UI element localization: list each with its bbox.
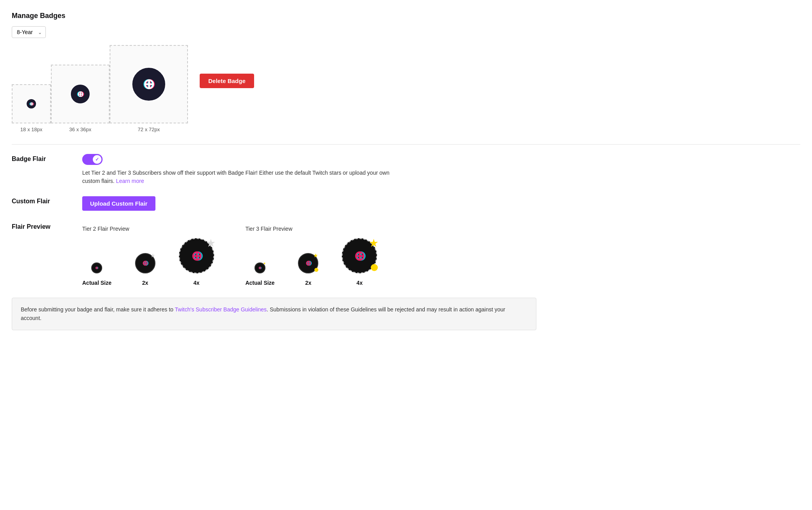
tier2-section: Tier 2 Flair Preview ⊕ Actual Size: [82, 226, 214, 286]
tier3-badge-actual: ⊕ ★: [254, 262, 265, 273]
section-divider: [12, 144, 800, 145]
badge-frame-18[interactable]: ⊕: [12, 84, 51, 123]
tier2-badge-4x-icon: ⊕: [191, 248, 202, 264]
manage-badges-title: Manage Badges: [12, 12, 800, 20]
tier3-actual-label: Actual Size: [245, 280, 275, 286]
badge-label-18: 18 x 18px: [20, 127, 42, 132]
tier3-badge-4x-icon: ⊕: [354, 248, 365, 264]
badge-flair-content: ✓ Let Tier 2 and Tier 3 Subscribers show…: [82, 154, 800, 185]
tier3-4x-label: 4x: [357, 280, 363, 286]
tier3-dot-2x: [314, 268, 318, 272]
tier2-2x-label: 2x: [142, 280, 148, 286]
tier2-title: Tier 2 Flair Preview: [82, 226, 214, 232]
badges-delete-row: ⊕ 18 x 18px ⊕ 36 x 36px ⊕: [12, 45, 800, 140]
tier3-2x-item: ⊕ ★ 2x: [298, 253, 318, 286]
badge-box-18: ⊕ 18 x 18px: [12, 84, 51, 132]
badge-label-72: 72 x 72px: [138, 127, 160, 132]
badge-guidelines-link[interactable]: Twitch's Subscriber Badge Guidelines: [175, 306, 267, 313]
badge-frame-72[interactable]: ⊕: [110, 45, 188, 123]
tier2-badge-actual: ⊕: [91, 262, 102, 273]
tier3-title: Tier 3 Flair Preview: [245, 226, 377, 232]
custom-flair-label: Custom Flair: [12, 196, 82, 205]
flair-preview-row: Flair Preview Tier 2 Flair Preview ⊕ Act…: [12, 222, 800, 286]
toggle-knob: ✓: [93, 155, 101, 164]
year-dropdown[interactable]: 8-Year: [12, 26, 46, 38]
notice-box: Before submitting your badge and flair, …: [12, 298, 536, 330]
badge-box-36: ⊕ 36 x 36px: [51, 65, 110, 132]
manage-badges-section: Manage Badges 8-Year ⊕ 18 x 18px ⊕: [12, 12, 800, 330]
tier3-preview-sizes: ⊕ ★ Actual Size ⊕ ★ 2x: [245, 238, 377, 286]
tier2-star-4x-icon: ★: [206, 237, 216, 250]
badge-letter-36: ⊕: [77, 89, 84, 99]
toggle-wrapper: ✓: [82, 154, 800, 165]
upload-custom-flair-button[interactable]: Upload Custom Flair: [82, 196, 155, 211]
badge-flair-label: Badge Flair: [12, 154, 82, 163]
badge-label-36: 36 x 36px: [69, 127, 91, 132]
learn-more-link[interactable]: Learn more: [116, 178, 144, 184]
tier3-badge-2x: ⊕ ★: [298, 253, 318, 273]
badge-flair-description: Let Tier 2 and Tier 3 Subscribers show o…: [82, 169, 395, 185]
tier2-badge-actual-icon: ⊕: [95, 266, 98, 270]
tier2-star-2x-icon: ★: [150, 252, 155, 259]
badge-frame-36[interactable]: ⊕: [51, 65, 110, 123]
flair-preview-label: Flair Preview: [12, 222, 82, 230]
tier3-dot-4x: [371, 264, 378, 271]
badge-flair-toggle[interactable]: ✓: [82, 154, 103, 165]
tier2-4x-label: 4x: [193, 280, 200, 286]
badge-icon-72: ⊕: [131, 67, 166, 102]
preview-tiers: Tier 2 Flair Preview ⊕ Actual Size: [82, 226, 800, 286]
year-select-wrapper[interactable]: 8-Year: [12, 26, 46, 38]
notice-text-before: Before submitting your badge and flair, …: [21, 306, 175, 313]
delete-badge-button[interactable]: Delete Badge: [200, 74, 254, 88]
tier3-2x-label: 2x: [305, 280, 312, 286]
badge-icon-36: ⊕: [70, 84, 90, 104]
tier3-star-actual-icon: ★: [263, 262, 266, 265]
tier2-actual-label: Actual Size: [82, 280, 112, 286]
custom-flair-content: Upload Custom Flair: [82, 196, 800, 211]
tier3-badge-2x-icon: ⊕: [305, 259, 311, 268]
tier2-badge-2x-icon: ⊕: [142, 259, 148, 268]
tier3-star-2x-icon: ★: [313, 252, 318, 259]
tier3-star-4x-icon: ★: [369, 237, 379, 250]
badge-flair-row: Badge Flair ✓ Let Tier 2 and Tier 3 Subs…: [12, 154, 800, 185]
tier3-badge-4x: ⊕ ★: [342, 238, 377, 273]
badge-box-72: ⊕ 72 x 72px: [110, 45, 188, 132]
badges-row: ⊕ 18 x 18px ⊕ 36 x 36px ⊕: [12, 45, 188, 132]
tier2-2x-item: ⊕ ★ 2x: [135, 253, 155, 286]
tier3-actual-size-item: ⊕ ★ Actual Size: [245, 262, 275, 286]
badge-letter-18: ⊕: [30, 101, 33, 107]
tier2-preview-sizes: ⊕ Actual Size ⊕ ★ 2x: [82, 238, 214, 286]
badge-letter-72: ⊕: [143, 76, 155, 92]
tier3-section: Tier 3 Flair Preview ⊕ ★ Actual Size: [245, 226, 377, 286]
tier2-4x-item: ⊕ ★ 4x: [179, 238, 214, 286]
badge-icon-18: ⊕: [26, 98, 37, 109]
tier3-badge-actual-icon: ⊕: [258, 266, 262, 270]
toggle-check-icon: ✓: [95, 157, 99, 162]
flair-preview-content: Tier 2 Flair Preview ⊕ Actual Size: [82, 222, 800, 286]
tier2-badge-2x: ⊕ ★: [135, 253, 155, 273]
tier3-4x-item: ⊕ ★ 4x: [342, 238, 377, 286]
custom-flair-row: Custom Flair Upload Custom Flair: [12, 196, 800, 211]
tier2-actual-size-item: ⊕ Actual Size: [82, 262, 112, 286]
tier2-badge-4x: ⊕ ★: [179, 238, 214, 273]
